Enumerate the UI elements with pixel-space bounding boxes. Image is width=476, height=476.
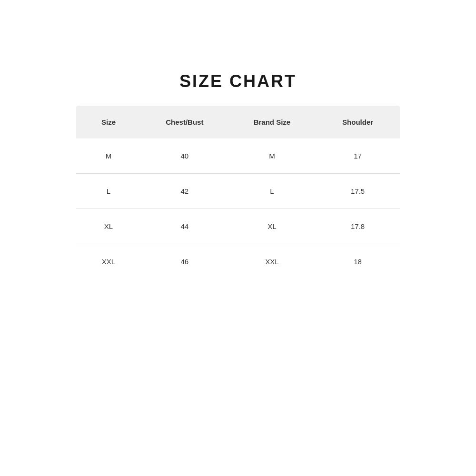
cell-size: M bbox=[76, 139, 141, 174]
cell-shoulder: 17 bbox=[316, 139, 400, 174]
table-row: M40M17 bbox=[76, 139, 400, 174]
cell-brand: XL bbox=[228, 209, 316, 244]
table-row: XL44XL17.8 bbox=[76, 209, 400, 244]
header-size: Size bbox=[76, 106, 141, 139]
header-row: Size Chest/Bust Brand Size Shoulder bbox=[76, 106, 400, 139]
header-shoulder: Shoulder bbox=[316, 106, 400, 139]
cell-brand: L bbox=[228, 174, 316, 209]
page-title: SIZE CHART bbox=[76, 71, 400, 91]
cell-chest: 46 bbox=[141, 244, 228, 279]
table-header: Size Chest/Bust Brand Size Shoulder bbox=[76, 106, 400, 139]
cell-size: XXL bbox=[76, 244, 141, 279]
header-brand: Brand Size bbox=[228, 106, 316, 139]
size-table: Size Chest/Bust Brand Size Shoulder M40M… bbox=[76, 106, 400, 279]
size-table-wrapper: Size Chest/Bust Brand Size Shoulder M40M… bbox=[76, 106, 400, 279]
header-chest: Chest/Bust bbox=[141, 106, 228, 139]
cell-size: L bbox=[76, 174, 141, 209]
cell-chest: 40 bbox=[141, 139, 228, 174]
cell-shoulder: 17.5 bbox=[316, 174, 400, 209]
cell-size: XL bbox=[76, 209, 141, 244]
table-row: L42L17.5 bbox=[76, 174, 400, 209]
cell-brand: M bbox=[228, 139, 316, 174]
cell-chest: 42 bbox=[141, 174, 228, 209]
table-row: XXL46XXL18 bbox=[76, 244, 400, 279]
cell-shoulder: 17.8 bbox=[316, 209, 400, 244]
table-body: M40M17L42L17.5XL44XL17.8XXL46XXL18 bbox=[76, 139, 400, 279]
cell-shoulder: 18 bbox=[316, 244, 400, 279]
size-chart-container: SIZE CHART Size Chest/Bust Brand Size Sh… bbox=[76, 71, 400, 279]
cell-chest: 44 bbox=[141, 209, 228, 244]
cell-brand: XXL bbox=[228, 244, 316, 279]
